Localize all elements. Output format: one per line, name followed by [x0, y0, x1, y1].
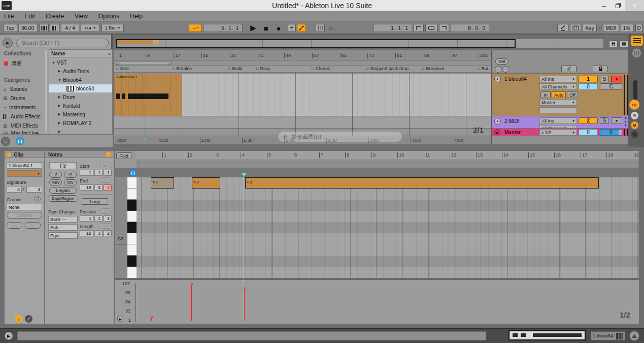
- piano-key-e3[interactable]: [127, 189, 137, 200]
- browser-collapse-button[interactable]: ▶: [3, 38, 13, 48]
- collapsed-icon[interactable]: ▶: [58, 69, 63, 73]
- tree-item-drum[interactable]: ▶Drum: [49, 93, 113, 101]
- draw-mode-button[interactable]: [557, 24, 568, 32]
- fold-button[interactable]: Fold: [116, 152, 131, 159]
- menu-item-help[interactable]: Help: [130, 13, 143, 20]
- follow-button[interactable]: →··: [189, 24, 202, 32]
- piano-key-b2[interactable]: [127, 244, 137, 256]
- lock-envelopes-button[interactable]: [593, 66, 608, 72]
- bank-field[interactable]: Bank ---: [48, 216, 78, 223]
- tree-header-row[interactable]: Name ▲: [49, 50, 113, 57]
- master-lane[interactable]: [114, 128, 491, 136]
- track-header-master[interactable]: ▶ Master ii 1/2▼ 0 0: [492, 128, 628, 136]
- quantization-menu[interactable]: 1 Bar▼: [101, 24, 124, 32]
- close-button[interactable]: ×: [625, 0, 644, 11]
- menu-item-options[interactable]: Options: [98, 13, 119, 20]
- clip-panel-header[interactable]: Clip: [5, 151, 44, 158]
- length-bar-field[interactable]: 18: [80, 230, 93, 236]
- position-set-button[interactable]: Set: [99, 208, 112, 214]
- prev-clip-button[interactable]: <<: [7, 222, 22, 229]
- monitor-in-button[interactable]: In: [540, 91, 551, 98]
- duplicate-region-button[interactable]: Dupl.Region: [48, 195, 78, 202]
- tempo-field[interactable]: 96.00: [18, 24, 38, 32]
- arrangement-bar-ruler[interactable]: 1 9 17 25 33 41 49 57 65 73 81 89 97 105: [114, 50, 491, 60]
- tree-item-mastering[interactable]: ▶Mastering: [49, 110, 113, 118]
- expand-icon[interactable]: ▼: [52, 61, 57, 65]
- pgm-field[interactable]: Pgm ---: [48, 232, 78, 239]
- arrangement-view-toggle[interactable]: [631, 36, 643, 46]
- track1-empty-chooser[interactable]: [539, 107, 577, 113]
- length-beat-field[interactable]: 3: [94, 230, 103, 236]
- monitor-off-button[interactable]: Off: [567, 91, 578, 98]
- loop-toggle-button[interactable]: Loop: [82, 198, 108, 205]
- loop-end-marker[interactable]: ◁: [636, 160, 639, 164]
- menu-item-create[interactable]: Create: [46, 13, 64, 20]
- master-volume-field[interactable]: 0: [579, 129, 598, 136]
- piano-key-ds3[interactable]: [127, 200, 137, 211]
- arrangement-loop-brace[interactable]: ▷ ◁: [116, 61, 172, 65]
- nudge-down-button[interactable]: [39, 24, 49, 32]
- play-button[interactable]: ▶: [248, 23, 259, 33]
- playhead-triangle[interactable]: [242, 173, 247, 176]
- track1-volume-field[interactable]: 0: [579, 83, 598, 90]
- track-fold-button[interactable]: ▼: [494, 76, 501, 82]
- tree-item-vst[interactable]: ▼VST: [49, 58, 113, 67]
- track-fold-button[interactable]: ▼: [494, 118, 501, 124]
- clip-envelopes-tab-icon[interactable]: [25, 315, 32, 323]
- arrangement-position-field[interactable]: 5. 1. 1: [203, 24, 243, 32]
- velocity-stem-2[interactable]: [191, 284, 192, 321]
- push-status-icon[interactable]: [629, 331, 639, 341]
- category-item-midi-effects[interactable]: ≣MIDI Effects: [3, 122, 44, 130]
- loop-start-marker[interactable]: ▷: [138, 160, 140, 164]
- stop-button[interactable]: ■: [260, 23, 272, 33]
- clip-notes-tab-icon[interactable]: ♪: [15, 315, 22, 323]
- tree-item-blooo64-plugin-selected[interactable]: blooo64: [49, 84, 113, 92]
- category-item-sounds[interactable]: ♫Sounds: [3, 85, 44, 93]
- start-beat-field[interactable]: 1: [94, 170, 103, 176]
- loop-end-marker[interactable]: ◁: [636, 164, 639, 168]
- loop-button[interactable]: [425, 24, 437, 32]
- signature-numerator-field[interactable]: 4: [7, 186, 22, 193]
- panel-expand-icon[interactable]: →: [106, 152, 111, 157]
- track1-arm-button[interactable]: ●: [611, 76, 622, 82]
- category-item-drums[interactable]: ⊞Drums: [3, 95, 44, 102]
- track1-lane[interactable]: 1-blooo64 1: [114, 73, 491, 116]
- piano-keyboard[interactable]: [127, 177, 137, 278]
- track-header-blooo64[interactable]: ▼ 1 blooo64 All Ins▼ All Channels▼ In Au…: [492, 73, 628, 116]
- next-locator-button[interactable]: →: [502, 66, 509, 73]
- start-set-button[interactable]: Set: [99, 163, 112, 168]
- expand-icon[interactable]: ▼: [58, 78, 63, 82]
- track1-name[interactable]: 1 blooo64: [504, 76, 527, 82]
- legato-button[interactable]: Legato: [49, 187, 77, 194]
- loop-length-field[interactable]: 8. 0. 0: [451, 24, 489, 32]
- clip-color-chooser[interactable]: ▼: [7, 170, 42, 177]
- category-item-audio-effects[interactable]: Audio Effects: [3, 113, 44, 120]
- midi-bar-ruler[interactable]: 1 2 3 4 5 6 7 8 9 10 11 12 13 14 15 16 1…: [137, 151, 639, 160]
- tree-item-blooo64-folder[interactable]: ▼Blooo64: [49, 76, 113, 84]
- current-clip-chip[interactable]: 1-blooo64: [591, 331, 625, 340]
- monitor-auto-button[interactable]: Auto: [552, 91, 566, 98]
- master-name[interactable]: Master: [504, 130, 521, 135]
- start-sixteenth-field[interactable]: 1: [104, 170, 112, 176]
- track1-channel-chooser[interactable]: All Channels▼: [539, 83, 577, 90]
- prev-locator-button[interactable]: ←: [495, 66, 501, 73]
- record-button[interactable]: ●: [273, 23, 284, 33]
- automation-pencil-button[interactable]: [561, 66, 577, 72]
- track2-activator[interactable]: 2: [579, 117, 598, 124]
- position-bar-field[interactable]: 1: [80, 215, 93, 222]
- collapsed-icon[interactable]: ▶: [58, 112, 63, 116]
- menu-item-view[interactable]: View: [75, 13, 88, 20]
- track2-lane[interactable]: [114, 116, 491, 128]
- end-bar-field[interactable]: 19: [80, 184, 93, 191]
- capture-midi-button[interactable]: [316, 24, 325, 32]
- overdub-button[interactable]: +: [288, 24, 296, 32]
- track1-input-chooser[interactable]: All Ins▼: [539, 76, 577, 82]
- delay-section-toggle[interactable]: D: [631, 131, 638, 138]
- locator-build[interactable]: ▷Build: [228, 66, 242, 71]
- collection-item-favorite[interactable]: 最爱: [4, 59, 45, 67]
- locator-chorus[interactable]: ▷Chorus: [312, 66, 330, 71]
- master-play-icon[interactable]: ▶: [494, 129, 500, 135]
- locator-breakout[interactable]: ▷Breakout: [422, 66, 444, 71]
- end-set-button[interactable]: Set: [99, 177, 112, 183]
- menu-item-edit[interactable]: Edit: [24, 13, 35, 20]
